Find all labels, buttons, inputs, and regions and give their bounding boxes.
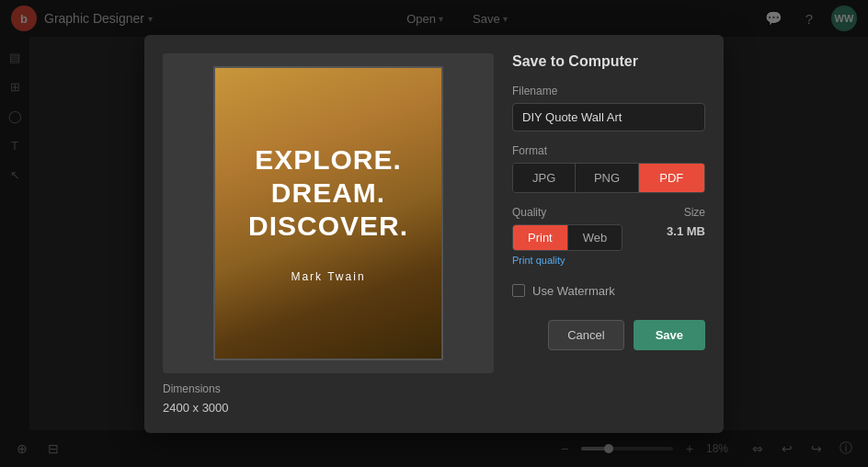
quality-row: Quality Print Web Print quality Size 3.1…	[512, 206, 705, 266]
format-group: Format JPG PNG PDF	[512, 144, 705, 193]
modal-actions: Cancel Save	[512, 320, 705, 350]
dimensions-label: Dimensions	[163, 382, 494, 395]
format-png-button[interactable]: PNG	[576, 164, 638, 192]
quote-line2: DREAM.	[271, 177, 385, 210]
size-info: Size 3.1 MB	[667, 206, 705, 238]
print-quality-link[interactable]: Print quality	[512, 255, 622, 266]
watermark-checkbox[interactable]	[512, 284, 525, 297]
settings-panel: Save to Computer Filename Format JPG PNG…	[512, 53, 705, 415]
author-text: Mark Twain	[291, 270, 365, 283]
quality-left: Quality Print Web Print quality	[512, 206, 622, 266]
preview-image: EXPLORE. DREAM. DISCOVER. Mark Twain	[213, 66, 443, 360]
save-dialog: EXPLORE. DREAM. DISCOVER. Mark Twain Dim…	[144, 35, 724, 433]
quote-line3: DISCOVER.	[248, 210, 408, 243]
format-jpg-button[interactable]: JPG	[513, 164, 576, 192]
save-button[interactable]: Save	[634, 320, 705, 350]
modal-title: Save to Computer	[512, 53, 705, 70]
watermark-row: Use Watermark	[512, 284, 705, 298]
size-label: Size	[667, 206, 705, 219]
filename-input[interactable]	[512, 103, 705, 131]
quality-print-button[interactable]: Print	[513, 225, 568, 250]
quality-label: Quality	[512, 206, 622, 219]
filename-label: Filename	[512, 85, 705, 97]
quote-line1: EXPLORE.	[255, 143, 402, 177]
quality-buttons: Print Web	[512, 224, 622, 251]
size-value: 3.1 MB	[667, 224, 705, 238]
format-buttons: JPG PNG PDF	[512, 163, 705, 193]
filename-group: Filename	[512, 85, 705, 131]
preview-footer: Dimensions 2400 x 3000	[163, 373, 494, 415]
format-label: Format	[512, 144, 705, 157]
preview-image-wrapper: EXPLORE. DREAM. DISCOVER. Mark Twain	[163, 53, 494, 373]
modal-overlay: EXPLORE. DREAM. DISCOVER. Mark Twain Dim…	[0, 0, 868, 467]
preview-panel: EXPLORE. DREAM. DISCOVER. Mark Twain Dim…	[163, 53, 494, 415]
quality-web-button[interactable]: Web	[568, 225, 622, 250]
cancel-button[interactable]: Cancel	[548, 320, 623, 350]
format-pdf-button[interactable]: PDF	[639, 164, 704, 192]
watermark-label: Use Watermark	[532, 284, 615, 298]
dimensions-value: 2400 x 3000	[163, 401, 494, 415]
preview-text-overlay: EXPLORE. DREAM. DISCOVER. Mark Twain	[215, 68, 441, 359]
